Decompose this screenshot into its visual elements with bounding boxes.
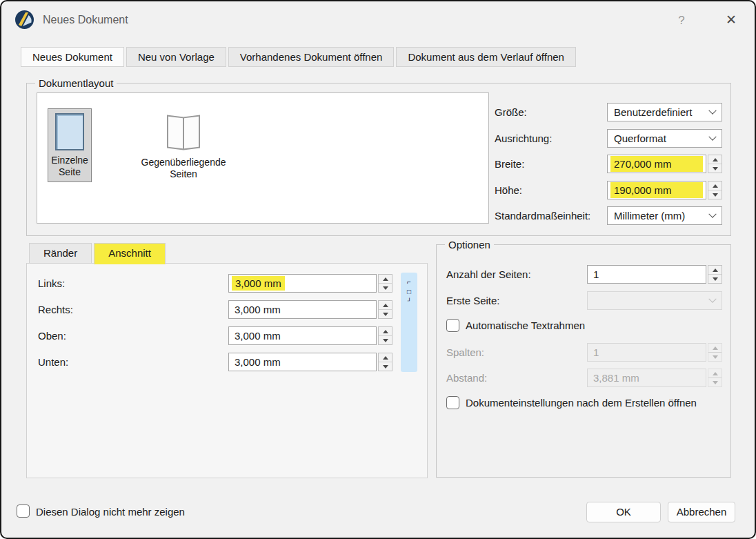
page-layout-picker: Einzelne Seite Gegenüberliegende Seiten	[37, 92, 489, 224]
gap-input: 3,881 mm	[587, 369, 706, 387]
gap-value: 3,881 mm	[593, 372, 639, 384]
tab-dokument-verlauf[interactable]: Dokument aus dem Verlauf öffnen	[396, 47, 576, 67]
ok-button[interactable]: OK	[586, 502, 661, 522]
spin-down-button	[708, 352, 722, 361]
width-input[interactable]: 270,000 mm	[607, 155, 706, 173]
cancel-button[interactable]: Abbrechen	[668, 502, 735, 522]
window-title: Neues Dokument	[43, 14, 128, 26]
dont-show-checkbox[interactable]	[17, 504, 30, 518]
gap-label: Abstand:	[446, 369, 487, 387]
spin-up-button[interactable]	[708, 182, 722, 190]
top-label: Oben:	[38, 326, 66, 345]
bleed-left-stepper	[378, 274, 392, 293]
first-page-label: Erste Seite:	[446, 291, 500, 310]
margins-tabs: Ränder Anschnitt	[29, 243, 166, 264]
unit-label: Standardmaßeinheit:	[495, 206, 590, 225]
unit-value: Millimeter (mm)	[614, 210, 685, 222]
bleed-bottom-input[interactable]: 3,000 mm	[228, 353, 377, 371]
bleed-left-value: 3,000 mm	[232, 276, 285, 291]
gap-stepper	[708, 369, 722, 387]
pages-count-value: 1	[593, 268, 599, 280]
width-value: 270,000 mm	[610, 156, 703, 172]
spin-down-button[interactable]	[708, 164, 722, 173]
open-settings-checkbox[interactable]	[446, 396, 459, 409]
bleed-top-field: 3,000 mm	[228, 326, 392, 345]
bleed-right-field: 3,000 mm	[228, 300, 392, 319]
columns-stepper	[708, 343, 722, 362]
document-layout-group-label: Dokumentlayout	[35, 77, 117, 90]
spin-down-button[interactable]	[708, 190, 722, 199]
tab-vorhandenes-dokument[interactable]: Vorhandenes Dokument öffnen	[228, 47, 395, 67]
spin-up-button[interactable]	[379, 327, 392, 335]
spin-down-button[interactable]	[379, 335, 392, 344]
height-stepper	[708, 181, 722, 199]
height-value: 190,000 mm	[610, 182, 703, 198]
facing-pages-option[interactable]: Gegenüberliegende Seiten	[139, 111, 228, 183]
single-page-option[interactable]: Einzelne Seite	[48, 108, 92, 182]
auto-frames-label: Automatische Textrahmen	[466, 318, 585, 333]
size-select[interactable]: Benutzerdefiniert	[607, 103, 722, 121]
bleed-bottom-field: 3,000 mm	[228, 353, 392, 371]
chevron-down-icon	[708, 210, 716, 217]
bleed-bottom-stepper	[378, 353, 392, 371]
orientation-select[interactable]: Querformat	[607, 129, 722, 148]
height-label: Höhe:	[495, 181, 522, 199]
spin-down-button[interactable]	[379, 362, 392, 371]
bleed-left-input[interactable]: 3,000 mm	[228, 274, 377, 293]
pages-count-input[interactable]: 1	[587, 265, 706, 284]
left-label: Links:	[38, 274, 65, 293]
bleed-right-input[interactable]: 3,000 mm	[228, 300, 377, 319]
spin-up-button	[708, 344, 722, 352]
bleed-top-stepper	[378, 326, 392, 345]
facing-pages-label: Gegenüberliegende Seiten	[141, 157, 226, 179]
chevron-down-icon	[708, 106, 716, 114]
bleed-top-value: 3,000 mm	[235, 330, 281, 342]
orientation-label: Ausrichtung:	[495, 129, 552, 148]
bleed-top-input[interactable]: 3,000 mm	[228, 326, 377, 345]
spin-up-button[interactable]	[379, 353, 392, 362]
app-logo-icon	[15, 10, 34, 29]
tab-neues-dokument[interactable]: Neues Dokument	[21, 47, 124, 67]
close-button[interactable]: ✕	[720, 10, 742, 30]
auto-frames-checkbox[interactable]	[446, 319, 459, 332]
bleed-right-stepper	[378, 300, 392, 319]
help-button[interactable]: ?	[672, 11, 691, 30]
new-document-dialog: Neues Dokument ? ✕ Neues Dokument Neu vo…	[0, 0, 756, 539]
options-group-label: Optionen	[445, 238, 494, 251]
spin-down-button[interactable]	[379, 283, 392, 292]
bleed-left-field: 3,000 mm	[228, 274, 392, 293]
tab-anschnitt[interactable]: Anschnitt	[94, 243, 166, 264]
chevron-down-icon	[708, 133, 716, 140]
pages-count-stepper	[708, 265, 722, 284]
columns-value: 1	[593, 346, 599, 358]
height-field: 190,000 mm	[607, 181, 722, 199]
columns-field: 1	[587, 343, 722, 362]
right-label: Rechts:	[38, 300, 73, 319]
pages-count-field: 1	[587, 265, 722, 284]
bleed-preview-glyphs: ⌐□¬	[406, 278, 413, 372]
facing-pages-icon	[164, 114, 203, 151]
size-label: Größe:	[495, 103, 527, 121]
chevron-down-icon	[708, 295, 716, 302]
height-input[interactable]: 190,000 mm	[607, 181, 706, 199]
bleed-panel: Links: 3,000 mm Rechts: 3,000 mm Oben: 3…	[26, 263, 428, 478]
title-bar: Neues Dokument ? ✕	[1, 1, 755, 40]
size-value: Benutzerdefiniert	[614, 106, 692, 118]
document-layout-group: Dokumentlayout Einzelne Seite Gegenüberl…	[26, 83, 731, 236]
tab-raender[interactable]: Ränder	[29, 243, 92, 264]
spin-down-button	[708, 378, 722, 386]
unit-select[interactable]: Millimeter (mm)	[607, 206, 722, 225]
spin-down-button[interactable]	[708, 274, 722, 283]
bleed-preview: ⌐□¬	[401, 273, 417, 372]
spin-up-button[interactable]	[708, 266, 722, 274]
tab-neu-von-vorlage[interactable]: Neu von Vorlage	[126, 47, 226, 67]
spin-down-button[interactable]	[379, 309, 392, 318]
pages-count-label: Anzahl der Seiten:	[446, 265, 531, 284]
bleed-bottom-value: 3,000 mm	[235, 356, 281, 368]
spin-up-button[interactable]	[379, 301, 392, 309]
spin-up-button[interactable]	[708, 155, 722, 164]
gap-field: 3,881 mm	[587, 369, 722, 387]
spin-up-button[interactable]	[379, 275, 392, 283]
orientation-value: Querformat	[614, 133, 666, 144]
dont-show-label: Diesen Dialog nicht mehr zeigen	[36, 504, 185, 519]
